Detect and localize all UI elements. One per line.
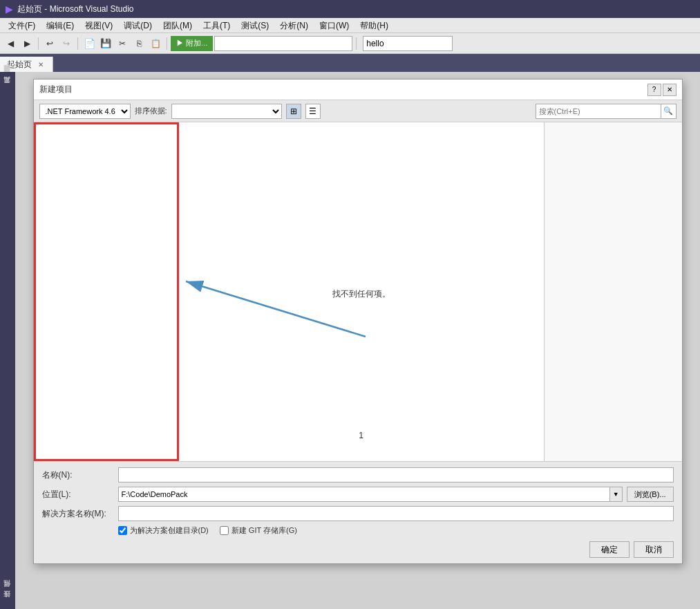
location-dropdown-arrow[interactable]: ▼ <box>610 487 623 502</box>
footer-name-label: 名称(N): <box>42 469 118 481</box>
toolbar-undo[interactable]: ↩ <box>42 36 57 51</box>
menu-team[interactable]: 团队(M) <box>158 18 198 33</box>
menu-window[interactable]: 窗口(W) <box>314 18 354 33</box>
toolbar-save[interactable]: 💾 <box>98 36 113 51</box>
footer-cancel-button[interactable]: 取消 <box>634 541 674 558</box>
footer-location-label: 位置(L): <box>42 489 118 500</box>
menu-bar: 文件(F) 编辑(E) 视图(V) 调试(D) 团队(M) 工具(T) 测试(S… <box>0 18 700 33</box>
footer-checkbox-new-git[interactable]: 新建 GIT 存储库(G) <box>220 525 297 536</box>
tab-bar: 起始页 ✕ <box>0 54 700 72</box>
title-bar-text: 起始页 - Microsoft Visual Studio <box>17 3 134 15</box>
dialog-titlebar: 新建项目 ? ✕ <box>34 79 682 100</box>
toolbar-paste[interactable]: 📋 <box>148 36 163 51</box>
footer-solution-name-row: 解决方案名称(M): <box>42 506 674 521</box>
footer-buttons: 确定 取消 <box>42 541 674 558</box>
menu-analyze[interactable]: 分析(N) <box>274 18 314 33</box>
tab-label: 起始页 <box>7 59 32 71</box>
toolbar-sep-1 <box>38 37 39 50</box>
footer-browse-button[interactable]: 浏览(B)... <box>627 487 674 502</box>
footer-location-input[interactable] <box>118 487 610 502</box>
dialog-title-text: 新建项目 <box>39 84 73 95</box>
new-git-checkbox[interactable] <box>220 526 229 535</box>
toolbar-sep-4 <box>356 37 357 50</box>
dialog-body: 找不到任何项。 1 <box>34 122 682 461</box>
footer-checkboxes: 为解决方案创建目录(D) 新建 GIT 存储库(G) <box>118 525 674 536</box>
dialog-overlay: 新建项目 ? ✕ .NET Framework 4.6 排序依据: ⊞ <box>15 72 700 609</box>
menu-edit[interactable]: 编辑(E) <box>41 18 79 33</box>
page-number: 1 <box>359 431 363 440</box>
menu-file[interactable]: 文件(F) <box>3 18 41 33</box>
dialog-toolbar: .NET Framework 4.6 排序依据: ⊞ ☰ 🔍 <box>34 100 682 122</box>
footer-checkbox-create-directory[interactable]: 为解决方案创建目录(D) <box>118 525 209 536</box>
menu-help[interactable]: 帮助(H) <box>354 18 394 33</box>
menu-test[interactable]: 测试(S) <box>236 18 274 33</box>
dialog-footer: 名称(N): 位置(L): ▼ 浏览(B)... <box>34 461 682 563</box>
dialog-close-button[interactable]: ✕ <box>663 84 677 96</box>
search-box: 🔍 <box>536 104 677 119</box>
template-tree-panel[interactable] <box>34 122 179 461</box>
toolbar-new-file[interactable]: 📄 <box>82 36 97 51</box>
description-panel <box>544 122 682 461</box>
search-input[interactable] <box>536 107 661 115</box>
dialog-controls: ? ✕ <box>647 84 677 96</box>
toolbar-search-input[interactable] <box>366 39 449 48</box>
toolbar-sep-2 <box>77 37 78 50</box>
config-dropdown[interactable] <box>214 36 352 51</box>
sidebar-panel-connect[interactable]: 连接 <box>0 598 15 609</box>
menu-tools[interactable]: 工具(T) <box>198 18 236 33</box>
tab-start-page[interactable]: 起始页 ✕ <box>0 57 53 72</box>
search-submit-button[interactable]: 🔍 <box>661 104 676 118</box>
new-project-dialog: 新建项目 ? ✕ .NET Framework 4.6 排序依据: ⊞ <box>33 79 683 564</box>
app-icon: ▶ <box>6 3 13 15</box>
toolbar: ◀ ▶ ↩ ↪ 📄 💾 ✂ ⎘ 📋 ▶ 附加... <box>0 33 700 54</box>
vs-content: Visual Studio 了解 Professional 2015 中的新增功… <box>15 72 700 609</box>
menu-debug[interactable]: 调试(D) <box>118 18 158 33</box>
footer-solution-name-label: 解决方案名称(M): <box>42 508 118 520</box>
no-items-text: 找不到任何项。 <box>332 288 390 300</box>
footer-solution-name-group <box>118 506 674 521</box>
location-select-wrap: ▼ <box>118 487 623 502</box>
footer-location-row: 位置(L): ▼ 浏览(B)... <box>42 487 674 502</box>
toolbar-copy[interactable]: ⎘ <box>131 36 146 51</box>
sidebar-panel-server-explorer[interactable]: 服务器资源管理器 <box>0 72 15 83</box>
run-button[interactable]: ▶ 附加... <box>171 36 213 51</box>
toolbar-cut[interactable]: ✂ <box>115 36 130 51</box>
footer-location-input-group: ▼ 浏览(B)... <box>118 487 674 502</box>
dialog-help-button[interactable]: ? <box>647 84 661 96</box>
create-directory-checkbox[interactable] <box>118 526 127 535</box>
sidebar-panel-properties[interactable]: 属性 <box>0 587 15 598</box>
menu-view[interactable]: 视图(V) <box>79 18 118 33</box>
left-sidebar: 服务器资源管理器 工具箱 属性 连接 <box>0 72 15 609</box>
toolbar-back[interactable]: ◀ <box>3 36 18 51</box>
main-layout: 服务器资源管理器 工具箱 属性 连接 Visual Studio 了解 Prof… <box>0 72 700 609</box>
toolbar-search-box <box>363 36 453 51</box>
footer-ok-button[interactable]: 确定 <box>589 541 630 558</box>
view-list-button[interactable]: ☰ <box>305 104 321 119</box>
view-grid-button[interactable]: ⊞ <box>286 104 301 119</box>
sidebar-panel-toolbox[interactable]: 工具箱 <box>0 83 15 94</box>
sort-label: 排序依据: <box>135 106 167 116</box>
toolbar-redo[interactable]: ↪ <box>59 36 74 51</box>
toolbar-forward[interactable]: ▶ <box>19 36 35 51</box>
template-area: 找不到任何项。 1 <box>179 122 544 461</box>
toolbar-sep-3 <box>167 37 167 50</box>
framework-select[interactable]: .NET Framework 4.6 <box>39 104 131 119</box>
footer-name-row: 名称(N): <box>42 467 674 482</box>
footer-name-input[interactable] <box>118 467 674 482</box>
title-bar: ▶ 起始页 - Microsoft Visual Studio <box>0 0 700 18</box>
tab-close-button[interactable]: ✕ <box>36 59 46 69</box>
footer-solution-name-input[interactable] <box>118 506 674 521</box>
sort-select[interactable] <box>171 104 282 119</box>
